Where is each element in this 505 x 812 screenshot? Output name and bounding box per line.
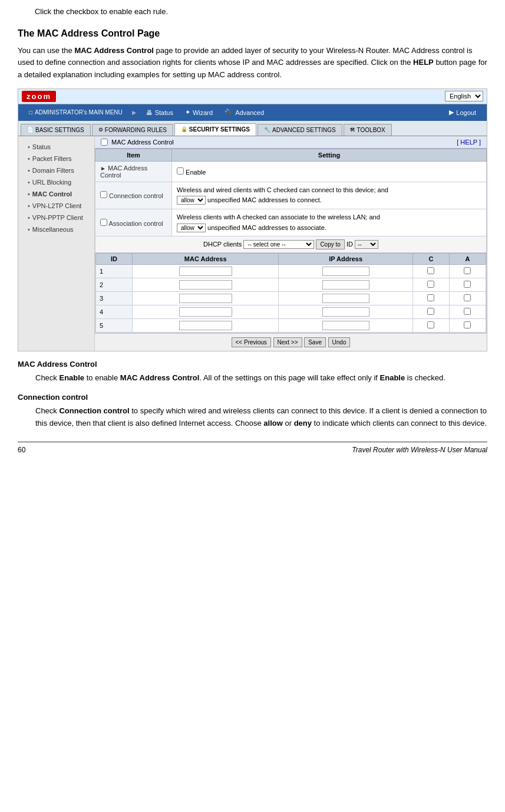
a-checkbox-cell-1 <box>449 265 486 278</box>
mac-input-cell-2 <box>133 278 279 292</box>
section-title: The MAC Address Control Page <box>18 28 487 39</box>
table-row: 1 <box>96 265 486 278</box>
connection-control-body: Check Connection control to specify whic… <box>35 405 487 430</box>
id-select[interactable]: -- <box>355 240 378 249</box>
dhcp-select[interactable]: -- select one -- <box>243 240 314 249</box>
tab-advanced-settings[interactable]: 🔧 ADVANCED SETTINGS <box>258 124 342 136</box>
tab-toolbox[interactable]: 🛠 TOOLBOX <box>344 124 392 136</box>
prev-button[interactable]: << Previous <box>232 337 271 347</box>
sidebar-item-status[interactable]: Status <box>18 141 94 153</box>
table-row: 3 <box>96 292 486 305</box>
row-id-2: 2 <box>96 278 133 292</box>
sidebar-item-vpn-l2tp[interactable]: VPN-L2TP Client <box>18 200 94 212</box>
next-button[interactable]: Next >> <box>273 337 302 347</box>
connection-allow-select[interactable]: allow deny <box>177 196 206 205</box>
mac-control-header-checkbox[interactable] <box>101 139 108 146</box>
mac-input-cell-1 <box>133 265 279 278</box>
footer: 60 Travel Router with Wireless-N User Ma… <box>18 442 487 456</box>
mac-input-5[interactable] <box>179 321 232 330</box>
c-checkbox-2[interactable] <box>427 281 434 288</box>
save-button[interactable]: Save <box>304 337 326 347</box>
a-checkbox-cell-5 <box>449 319 486 333</box>
sidebar-item-domain-filters[interactable]: Domain Filters <box>18 165 94 176</box>
table-row: 5 <box>96 319 486 333</box>
tab-security-settings[interactable]: 🔒 SECURITY SETTINGS <box>174 123 256 136</box>
ip-input-5[interactable] <box>322 321 369 330</box>
col-setting: Setting <box>172 149 487 161</box>
c-checkbox-5[interactable] <box>427 321 434 328</box>
setting-connection-control: Wireless and wired clients with C checke… <box>172 182 487 209</box>
mac-control-body: Check Enable to enable MAC Address Contr… <box>35 372 487 384</box>
copy-to-button[interactable]: Copy to <box>316 239 344 249</box>
sidebar-item-url-blocking[interactable]: URL Blocking <box>18 176 94 188</box>
router-tabbar: 📄 BASIC SETTINGS ⚙ FORWARDING RULES 🔒 SE… <box>18 121 487 136</box>
nav-logout[interactable]: ▶ Logout <box>443 104 482 121</box>
mac-input-cell-3 <box>133 292 279 305</box>
a-checkbox-2[interactable] <box>464 281 471 288</box>
tab-forwarding-rules[interactable]: ⚙ FORWARDING RULES <box>92 124 173 136</box>
connection-control-checkbox[interactable] <box>100 191 107 198</box>
table-row-mac-entries: ID MAC Address IP Address C A <box>95 253 487 333</box>
c-checkbox-cell-3 <box>412 292 449 305</box>
ip-input-4[interactable] <box>322 307 369 317</box>
connection-control-title: Connection control <box>18 393 487 402</box>
sidebar-item-miscellaneous[interactable]: Miscellaneous <box>18 223 94 235</box>
c-checkbox-1[interactable] <box>427 267 434 274</box>
settings-table: Item Setting ► MAC Address Control <box>95 149 487 333</box>
router-navbar: □ ADMINISTRATOR's MAIN MENU ► 🖶 Status ✦… <box>18 104 487 121</box>
mac-input-4[interactable] <box>179 307 232 317</box>
sidebar-item-mac-control[interactable]: MAC Control <box>18 188 94 200</box>
c-checkbox-cell-2 <box>412 278 449 292</box>
item-connection-control: Connection control <box>95 182 172 209</box>
a-checkbox-3[interactable] <box>464 294 471 301</box>
nav-advanced[interactable]: 🔌 Advanced <box>219 104 270 121</box>
ip-input-1[interactable] <box>322 267 369 276</box>
nav-admin[interactable]: □ ADMINISTRATOR's MAIN MENU <box>23 104 128 121</box>
ip-input-2[interactable] <box>322 280 369 290</box>
table-row-dhcp: DHCP clients -- select one -- Copy to ID… <box>95 236 487 253</box>
ip-input-cell-5 <box>279 319 413 333</box>
language-select[interactable]: English <box>445 91 483 101</box>
row-id-1: 1 <box>96 265 133 278</box>
row-id-3: 3 <box>96 292 133 305</box>
a-checkbox-1[interactable] <box>464 267 471 274</box>
association-allow-select[interactable]: allow deny <box>177 223 206 232</box>
mac-input-1[interactable] <box>179 267 232 276</box>
router-content-area: MAC Address Control [ HELP ] Item Settin… <box>95 136 487 351</box>
ip-input-3[interactable] <box>322 294 369 303</box>
ip-input-cell-4 <box>279 305 413 319</box>
undo-button[interactable]: Undo <box>328 337 351 347</box>
setting-association-control: Wireless clients with A checked can asso… <box>172 209 487 236</box>
c-checkbox-4[interactable] <box>427 308 434 315</box>
router-ui: zoom English □ ADMINISTRATOR's MAIN MENU… <box>18 88 487 351</box>
inner-col-ip: IP Address <box>279 254 413 265</box>
table-row: 4 <box>96 305 486 319</box>
row-id-5: 5 <box>96 319 133 333</box>
help-link[interactable]: [ HELP ] <box>457 139 481 146</box>
mac-input-2[interactable] <box>179 280 232 290</box>
nav-status[interactable]: 🖶 Status <box>140 104 179 121</box>
table-row: 2 <box>96 278 486 292</box>
item-association-control: Association control <box>95 209 172 236</box>
c-checkbox-cell-5 <box>412 319 449 333</box>
content-title: MAC Address Control <box>101 139 174 146</box>
col-item: Item <box>95 149 172 161</box>
association-control-checkbox[interactable] <box>100 219 107 226</box>
inner-col-a: A <box>449 254 486 265</box>
c-checkbox-3[interactable] <box>427 294 434 301</box>
mac-entries-cell: ID MAC Address IP Address C A <box>95 253 487 333</box>
a-checkbox-5[interactable] <box>464 321 471 328</box>
mac-input-3[interactable] <box>179 294 232 303</box>
router-logo: zoom <box>22 91 56 102</box>
inner-col-c: C <box>412 254 449 265</box>
nav-wizard[interactable]: ✦ Wizard <box>179 104 219 121</box>
sidebar-item-packet-filters[interactable]: Packet Filters <box>18 153 94 165</box>
a-checkbox-cell-3 <box>449 292 486 305</box>
tab-basic-settings[interactable]: 📄 BASIC SETTINGS <box>21 124 91 136</box>
item-mac-control: ► MAC Address Control <box>95 161 172 182</box>
a-checkbox-4[interactable] <box>464 308 471 315</box>
mac-control-checkbox[interactable] <box>177 167 184 175</box>
setting-mac-control: Enable <box>172 161 487 182</box>
mac-control-title: MAC Address Control <box>18 360 487 369</box>
sidebar-item-vpn-pptp[interactable]: VPN-PPTP Client <box>18 212 94 223</box>
